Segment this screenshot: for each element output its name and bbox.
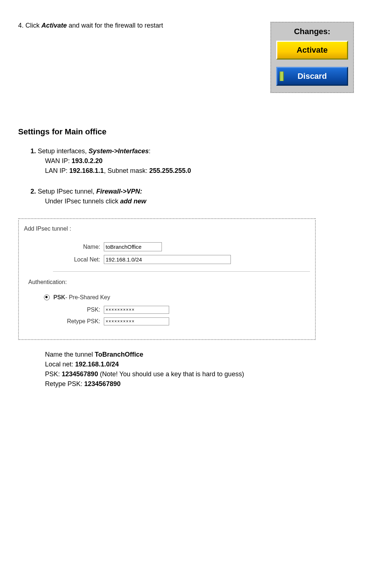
section-heading: Settings for Main office (18, 127, 374, 137)
lan-ip: 192.168.1.1 (69, 167, 104, 174)
psk-label: PSK: (24, 307, 104, 313)
name-label: Name: (24, 244, 104, 250)
add-ipsec-tunnel-panel: Add IPsec tunnel : Name: Local Net: Auth… (18, 218, 316, 340)
local-net-input[interactable] (104, 255, 231, 264)
step1-num: 1. (30, 147, 36, 155)
step-1: 1. Setup interfaces, System->Interfaces:… (30, 147, 374, 175)
wan-prefix: WAN IP: (45, 157, 72, 165)
psk-value: 1234567890 (62, 370, 98, 378)
divider (53, 271, 310, 272)
psk-desc: - Pre-Shared Key (65, 294, 110, 301)
step1-text: Setup interfaces, (36, 147, 89, 155)
psk-radio[interactable] (44, 295, 50, 300)
retype-psk-input[interactable] (104, 317, 169, 325)
localnet-label: Local Net: (24, 256, 104, 263)
ipsec-panel-title: Add IPsec tunnel : (24, 226, 310, 232)
activate-button[interactable]: Activate (276, 41, 348, 60)
step2-sub-bold: add new (120, 198, 146, 205)
authentication-heading: Authentication: (28, 279, 310, 285)
step-2: 2. Setup IPsec tunnel, Firewall->VPN: Un… (30, 188, 374, 205)
retype-psk-value: 1234567890 (84, 380, 121, 388)
psk-bold: PSK (53, 294, 65, 300)
lan-prefix: LAN IP: (45, 167, 69, 174)
step1-colon: : (149, 147, 151, 155)
localnet-prefix: Local net: (45, 361, 75, 368)
lan-mask: 255.255.255.0 (149, 167, 191, 174)
psk-value-prefix: PSK: (45, 370, 62, 378)
step2-sub-prefix: Under IPsec tunnels click (45, 198, 120, 205)
step4-prefix: 4. Click (18, 22, 41, 29)
name-tunnel-value: ToBranchOffice (95, 351, 143, 358)
localnet-value: 192.168.1.0/24 (75, 361, 119, 368)
changes-panel: Changes: Activate Discard (270, 22, 354, 93)
step4-bold: Activate (41, 22, 67, 29)
step2-text: Setup IPsec tunnel, (36, 188, 96, 195)
psk-note: (Note! You should use a key that is hard… (98, 370, 244, 378)
step2-menu: Firewall->VPN: (96, 188, 142, 195)
retype-psk-prefix: Retype PSK: (45, 380, 84, 388)
name-tunnel-prefix: Name the tunnel (45, 351, 95, 358)
wan-ip: 193.0.2.20 (72, 157, 102, 165)
step2-num: 2. (30, 188, 36, 195)
post-panel-instructions: Name the tunnel ToBranchOffice Local net… (45, 351, 374, 388)
step4-suffix: and wait for the firewall to restart (67, 22, 163, 29)
step1-menu: System->Interfaces (89, 147, 149, 155)
retype-psk-label: Retype PSK: (24, 318, 104, 325)
psk-input[interactable] (104, 306, 169, 314)
discard-button[interactable]: Discard (276, 67, 348, 86)
tunnel-name-input[interactable] (104, 242, 162, 251)
lan-mid: , Subnet mask: (104, 167, 149, 174)
changes-title: Changes: (276, 27, 348, 36)
